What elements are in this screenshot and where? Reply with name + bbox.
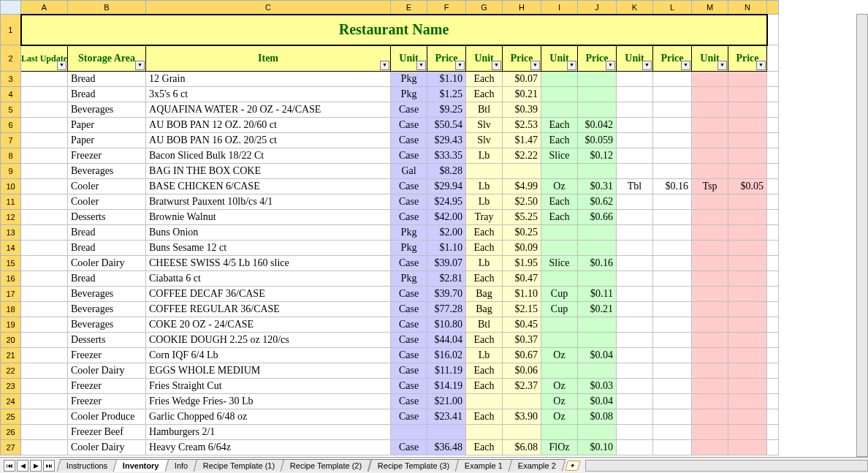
- cell[interactable]: $11.19: [427, 363, 466, 379]
- row-header[interactable]: 18: [1, 302, 21, 317]
- cell[interactable]: [653, 333, 692, 348]
- cell[interactable]: $2.53: [503, 118, 541, 133]
- cell[interactable]: Freezer: [68, 148, 146, 164]
- cell[interactable]: AU BOB PAN 16 OZ. 20/25 ct: [146, 133, 391, 148]
- row-header[interactable]: 14: [1, 241, 21, 256]
- cell[interactable]: Case: [391, 194, 427, 210]
- cell[interactable]: Each: [466, 225, 503, 241]
- cell[interactable]: [578, 87, 617, 102]
- cell[interactable]: [728, 363, 767, 379]
- filter-icon[interactable]: ▼: [756, 61, 766, 70]
- cell[interactable]: Pkg: [391, 72, 427, 87]
- cell[interactable]: [653, 241, 692, 256]
- row-header[interactable]: 4: [1, 87, 21, 102]
- cell[interactable]: Lb: [466, 179, 503, 194]
- cell[interactable]: Lb: [466, 148, 503, 164]
- cell[interactable]: $2.50: [503, 194, 541, 210]
- row-header[interactable]: 24: [1, 394, 21, 409]
- cell[interactable]: Buns Sesame 12 ct: [146, 241, 391, 256]
- row-header[interactable]: 7: [1, 133, 21, 148]
- cell[interactable]: Case: [391, 440, 427, 455]
- filter-icon[interactable]: ▼: [416, 61, 426, 70]
- cell[interactable]: [653, 194, 692, 210]
- cell[interactable]: Bread: [68, 271, 146, 287]
- cell[interactable]: Bag: [466, 302, 503, 317]
- row-header[interactable]: 3: [1, 72, 21, 87]
- col-header[interactable]: [767, 1, 779, 15]
- cell[interactable]: $0.16: [578, 256, 617, 271]
- cell[interactable]: Cooler Dairy: [68, 440, 146, 455]
- col-price-1[interactable]: Price▼: [427, 45, 466, 72]
- col-price-5[interactable]: Price▼: [728, 45, 767, 72]
- cell[interactable]: $16.02: [427, 348, 466, 363]
- cell[interactable]: $0.11: [578, 287, 617, 302]
- cell[interactable]: [578, 363, 617, 379]
- cell[interactable]: [653, 425, 692, 440]
- cell[interactable]: [21, 379, 68, 394]
- cell[interactable]: $0.10: [578, 440, 617, 455]
- row-header[interactable]: 16: [1, 271, 21, 287]
- cell[interactable]: [728, 164, 767, 179]
- cell[interactable]: [21, 241, 68, 256]
- cell[interactable]: [692, 133, 728, 148]
- cell[interactable]: Btl: [466, 317, 503, 333]
- col-unit-1[interactable]: Unit▼: [391, 45, 427, 72]
- cell[interactable]: $42.00: [427, 210, 466, 225]
- cell[interactable]: [617, 271, 653, 287]
- cell[interactable]: [578, 225, 617, 241]
- col-unit-5[interactable]: Unit▼: [692, 45, 728, 72]
- horizontal-scrollbar[interactable]: [585, 460, 868, 472]
- cell[interactable]: 12 Grain: [146, 72, 391, 87]
- row-header[interactable]: 23: [1, 379, 21, 394]
- cell[interactable]: COKE 20 OZ - 24/CASE: [146, 317, 391, 333]
- row-header[interactable]: 20: [1, 333, 21, 348]
- cell[interactable]: [728, 394, 767, 409]
- cell[interactable]: $0.08: [578, 409, 617, 425]
- cell[interactable]: [578, 271, 617, 287]
- cell[interactable]: [653, 118, 692, 133]
- cell[interactable]: [692, 164, 728, 179]
- cell[interactable]: Fries Straight Cut: [146, 379, 391, 394]
- cell[interactable]: [21, 118, 68, 133]
- cell[interactable]: [692, 394, 728, 409]
- cell[interactable]: [617, 256, 653, 271]
- cell[interactable]: Case: [391, 287, 427, 302]
- tab-nav-buttons[interactable]: ⏮ ◀ ▶ ⏭: [0, 460, 58, 472]
- cell[interactable]: [617, 302, 653, 317]
- cell[interactable]: $0.67: [503, 348, 541, 363]
- cell[interactable]: Beverages: [68, 164, 146, 179]
- cell[interactable]: [427, 425, 466, 440]
- row-header[interactable]: 10: [1, 179, 21, 194]
- cell[interactable]: [728, 256, 767, 271]
- cell[interactable]: Bacon Sliced Bulk 18/22 Ct: [146, 148, 391, 164]
- cell[interactable]: [728, 118, 767, 133]
- cell[interactable]: Case: [391, 409, 427, 425]
- cell[interactable]: Each: [466, 271, 503, 287]
- cell[interactable]: EGGS WHOLE MEDIUM: [146, 363, 391, 379]
- cell[interactable]: [692, 409, 728, 425]
- cell[interactable]: [692, 302, 728, 317]
- tab-next-icon[interactable]: ▶: [30, 460, 42, 472]
- cell[interactable]: [653, 302, 692, 317]
- cell[interactable]: [653, 379, 692, 394]
- cell[interactable]: [728, 102, 767, 118]
- col-header[interactable]: C: [146, 1, 391, 15]
- cell[interactable]: $0.25: [503, 225, 541, 241]
- col-header[interactable]: K: [617, 1, 653, 15]
- cell[interactable]: [541, 317, 578, 333]
- cell[interactable]: Pkg: [391, 271, 427, 287]
- cell[interactable]: [21, 133, 68, 148]
- col-item[interactable]: Item▼: [146, 45, 391, 72]
- cell[interactable]: $0.059: [578, 133, 617, 148]
- cell[interactable]: Bread: [68, 241, 146, 256]
- cell[interactable]: [578, 164, 617, 179]
- col-price-4[interactable]: Price▼: [653, 45, 692, 72]
- col-header[interactable]: H: [503, 1, 541, 15]
- cell[interactable]: [692, 87, 728, 102]
- cell[interactable]: [617, 241, 653, 256]
- cell[interactable]: [541, 164, 578, 179]
- cell[interactable]: Slv: [466, 118, 503, 133]
- cell[interactable]: Corn IQF 6/4 Lb: [146, 348, 391, 363]
- cell[interactable]: [653, 102, 692, 118]
- cell[interactable]: Freezer: [68, 379, 146, 394]
